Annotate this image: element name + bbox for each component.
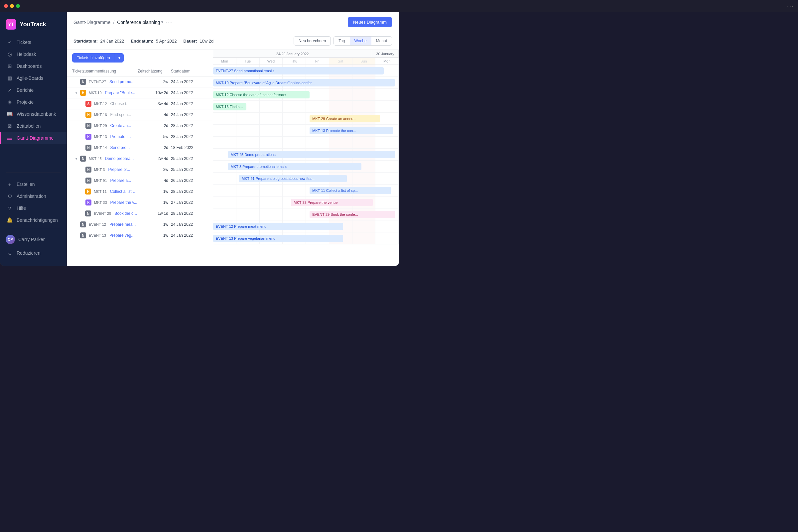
- window-chrome: ···: [0, 0, 399, 12]
- more-options-icon[interactable]: ···: [166, 19, 172, 25]
- collapse-button[interactable]: ▾: [74, 157, 78, 160]
- table-row[interactable]: N EVENT-12 Prepare mea... 1w 24 Jan 2022: [67, 219, 213, 230]
- ticket-name[interactable]: Send pro...: [110, 145, 130, 150]
- recalc-button[interactable]: Neu berechnen: [293, 36, 331, 45]
- gantt-bar[interactable]: MKT-16 Find sponsors: [213, 103, 246, 110]
- ticket-badge: H: [85, 189, 91, 194]
- gantt-bar[interactable]: MKT-10 Prepare "Boulevard of Agile Dream…: [213, 79, 395, 87]
- ticket-name[interactable]: Create an...: [110, 124, 131, 128]
- sidebar-item-agile[interactable]: ▦ Agile-Boards: [0, 72, 66, 84]
- table-row[interactable]: N MKT-3 Prepare pr... 2w 25 Jan 2022: [67, 164, 213, 175]
- ticket-id: MKT-3: [94, 168, 105, 172]
- gantt-cell: [260, 208, 283, 220]
- collapse-button[interactable]: ▾: [74, 91, 78, 95]
- ticket-name[interactable]: Prepare "Boule...: [105, 91, 135, 95]
- table-row[interactable]: H MKT-16 Find spon... 4d 24 Jan 2022: [67, 109, 213, 120]
- user-name: Carry Parker: [18, 237, 44, 242]
- gantt-bar[interactable]: MKT-13 Promote the con...: [309, 127, 393, 134]
- ticket-name[interactable]: Prepare a...: [110, 178, 131, 183]
- gantt-bar[interactable]: MKT-12 Choose the date of the conference: [213, 91, 309, 98]
- ticket-name[interactable]: Promote t...: [110, 134, 131, 139]
- sidebar-item-hilfe[interactable]: ? Hilfe: [0, 202, 66, 214]
- ticket-id: MKT-33: [94, 201, 107, 205]
- ticket-date: 24 Jan 2022: [171, 233, 208, 238]
- gantt-cell: [353, 221, 376, 232]
- admin-icon: ⚙: [7, 193, 13, 199]
- gantt-bar-label: MKT-16 Find sponsors: [216, 105, 244, 109]
- gantt-bar[interactable]: MKT-33 Prepare the venue: [291, 199, 373, 206]
- ticket-name[interactable]: Demo prepara...: [105, 156, 134, 161]
- ticket-name[interactable]: Find spon...: [110, 112, 131, 117]
- sidebar-item-projekte[interactable]: ◈ Projekte: [0, 96, 66, 108]
- view-day-button[interactable]: Tag: [334, 37, 349, 45]
- breadcrumb-parent[interactable]: Gantt-Diagramme: [74, 20, 110, 25]
- breadcrumb-separator: /: [113, 20, 114, 25]
- table-row[interactable]: ▾ N MKT-45 Demo prepara... 2w 4d 25 Jan …: [67, 153, 213, 164]
- table-row[interactable]: K MKT-33 Prepare the v... 1w 27 Jan 2022: [67, 197, 213, 208]
- ticket-name[interactable]: Send promo...: [109, 79, 134, 84]
- sidebar-item-helpdesk[interactable]: ◎ Helpdesk: [0, 48, 66, 60]
- gantt-bar[interactable]: EVENT-12 Prepare meat menu: [213, 223, 343, 230]
- ticket-name[interactable]: Prepare pr...: [108, 167, 130, 172]
- table-row[interactable]: S MKT-12 Choose t... 3w 4d 24 Jan 2022: [67, 98, 213, 109]
- gantt-bar[interactable]: MKT-45 Demo preparations: [228, 151, 395, 158]
- table-row[interactable]: ▾ H MKT-10 Prepare "Boule... 10w 2d 24 J…: [67, 88, 213, 98]
- table-row[interactable]: H MKT-11 Collect a list of... 1w 28 Jan …: [67, 186, 213, 197]
- sidebar-item-tickets[interactable]: ✓ Tickets: [0, 36, 66, 48]
- gantt-bar[interactable]: MKT-3 Prepare promotional emails: [228, 163, 362, 170]
- gantt-bar[interactable]: MKT-29 Create an annou...: [309, 115, 380, 122]
- ticket-name[interactable]: Collect a list of...: [110, 189, 138, 194]
- gantt-bar[interactable]: MKT-11 Collect a list of sp...: [309, 187, 391, 194]
- gantt-cell: [329, 101, 353, 112]
- table-row[interactable]: N MKT-91 Prepare a... 4d 26 Jan 2022: [67, 175, 213, 186]
- gantt-cell: [260, 125, 283, 136]
- close-button[interactable]: [4, 4, 8, 8]
- gantt-row: [213, 137, 399, 149]
- gantt-bar-label: EVENT-27 Send promotional emails: [216, 69, 274, 73]
- ticket-name[interactable]: Book the co...: [114, 211, 138, 216]
- ticket-name[interactable]: Choose t...: [110, 101, 130, 106]
- chevron-down-icon[interactable]: ▾: [161, 20, 163, 24]
- sidebar-item-administration[interactable]: ⚙ Administration: [0, 190, 66, 202]
- table-row[interactable]: N MKT-29 Create an... 2d 28 Jan 2022: [67, 120, 213, 131]
- ticket-name[interactable]: Prepare mea...: [109, 222, 136, 227]
- view-month-button[interactable]: Monat: [372, 37, 392, 45]
- gantt-bar[interactable]: MKT-91 Prepare a blog post about new fea…: [239, 175, 347, 182]
- ticket-summary: N MKT-14 Send pro...: [72, 145, 138, 151]
- sidebar-item-erstellen[interactable]: + Erstellen: [0, 178, 66, 190]
- gantt-bar-label: MKT-13 Promote the con...: [312, 129, 356, 133]
- gantt-cell: [213, 113, 236, 125]
- new-diagram-button[interactable]: Neues Diagramm: [348, 17, 392, 27]
- table-row[interactable]: N MKT-14 Send pro... 2d 18 Feb 2022: [67, 142, 213, 153]
- sidebar-item-dashboards[interactable]: ⊞ Dashboards: [0, 60, 66, 72]
- maximize-button[interactable]: [16, 4, 20, 8]
- ticket-id: MKT-12: [94, 102, 107, 106]
- gantt-row: MKT-3 Prepare promotional emails: [213, 160, 399, 173]
- sidebar-item-wissensdatenbank[interactable]: 📖 Wissensdatenbank: [0, 108, 66, 120]
- gantt-bar[interactable]: EVENT-27 Send promotional emails: [213, 67, 384, 75]
- sidebar-user[interactable]: CP Carry Parker: [0, 232, 66, 247]
- table-row[interactable]: N EVENT-29 Book the co... 1w 1d 28 Jan 2…: [67, 208, 213, 219]
- table-row[interactable]: N EVENT-13 Prepare veg... 1w 24 Jan 2022: [67, 230, 213, 241]
- sidebar-item-zeittabellen[interactable]: ⊠ Zeittabellen: [0, 120, 66, 132]
- ticket-date: 24 Jan 2022: [171, 79, 208, 84]
- table-row[interactable]: N EVENT-27 Send promo... 2w 24 Jan 2022: [67, 76, 213, 88]
- table-row[interactable]: K MKT-13 Promote t... 5w 28 Jan 2022: [67, 131, 213, 142]
- gantt-bar[interactable]: EVENT-13 Prepare vegetarian menu: [213, 235, 343, 242]
- add-tickets-button[interactable]: Tickets hinzufügen: [72, 53, 115, 62]
- minimize-button[interactable]: [10, 4, 14, 8]
- view-week-button[interactable]: Woche: [350, 37, 372, 45]
- gantt-bar[interactable]: EVENT-29 Book the confe...: [309, 211, 395, 218]
- sidebar-item-berichte[interactable]: ↗ Berichte: [0, 84, 66, 96]
- gantt-day: Tue: [236, 58, 260, 64]
- sidebar-item-benachrichtigungen[interactable]: 🔔 Benachrichtigungen: [0, 214, 66, 226]
- ticket-name[interactable]: Prepare veg...: [109, 233, 134, 238]
- add-tickets-dropdown[interactable]: ▾: [115, 53, 124, 62]
- ticket-summary: ▾ N MKT-45 Demo prepara...: [72, 156, 138, 162]
- sidebar-item-reduce[interactable]: « Reduzieren: [0, 247, 66, 259]
- gantt-cell: [283, 208, 306, 220]
- sidebar-item-gantt[interactable]: ▬ Gantt-Diagramme: [0, 132, 66, 144]
- ticket-date: 24 Jan 2022: [171, 91, 208, 95]
- ticket-name[interactable]: Prepare the v...: [110, 200, 137, 205]
- gantt-cell: [375, 89, 399, 100]
